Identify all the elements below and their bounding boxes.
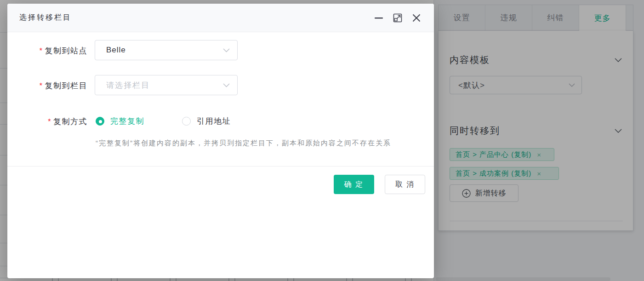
required-marker: * [48,118,51,126]
chevron-down-icon [223,83,230,87]
field-label-site: *复制到站点 [7,46,87,56]
radio-label: 引用地址 [197,116,231,126]
dialog-title: 选择转移栏目 [19,13,72,23]
transfer-column-dialog: 选择转移栏目 [7,4,434,278]
required-marker: * [40,82,43,90]
column-select-placeholder: 请选择栏目 [106,80,150,91]
radio-label: 完整复制 [110,116,144,126]
dialog-header: 选择转移栏目 [7,4,434,32]
radio-full-copy[interactable]: 完整复制 [96,116,144,126]
site-select[interactable]: Belle [95,40,238,60]
copy-method-help-text: “完整复制”将创建内容的副本，并拷贝到指定栏目下，副本和原始内容之间不存在关系 [96,139,427,148]
field-label-method: *复制方式 [7,116,87,127]
maximize-icon[interactable] [392,12,403,23]
radio-unselected-icon[interactable] [182,117,191,126]
form-row-method: *复制方式 完整复制 引用地址 [7,113,434,129]
close-icon[interactable] [411,12,422,23]
site-select-value: Belle [106,46,126,55]
confirm-button[interactable]: 确 定 [334,175,374,194]
copy-method-radio-group: 完整复制 引用地址 [96,113,231,129]
dialog-footer-divider [7,166,434,166]
column-select[interactable]: 请选择栏目 [95,75,238,95]
radio-selected-icon[interactable] [96,117,104,126]
minimize-icon[interactable] [373,12,384,23]
cancel-button[interactable]: 取 消 [385,175,425,194]
screen: 设置 违规 纠错 更多 内容模板 <默认> 同时转移到 [0,0,644,281]
window-controls [373,12,422,23]
field-label-column: *复制到栏目 [7,80,87,91]
required-marker: * [40,47,43,55]
radio-reference-url[interactable]: 引用地址 [182,116,231,126]
chevron-down-icon [223,48,230,52]
